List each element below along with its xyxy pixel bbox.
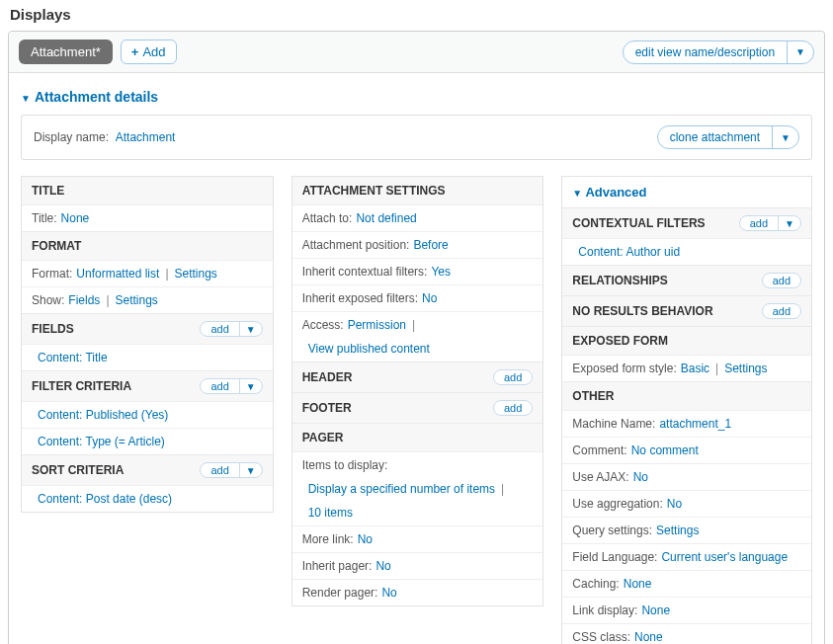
css-class-value[interactable]: None	[634, 630, 663, 644]
access-view-published[interactable]: View published content	[308, 342, 430, 356]
contextual-item: Content: Author uid	[562, 238, 811, 265]
tab-attachment[interactable]: Attachment*	[19, 40, 113, 64]
inherit-exposed-value[interactable]: No	[422, 291, 437, 305]
link-display-value[interactable]: None	[641, 604, 670, 617]
show-label: Show:	[32, 293, 64, 307]
attach-to-value[interactable]: Not defined	[356, 211, 416, 225]
attachment-position-value[interactable]: Before	[413, 238, 448, 252]
inherit-pager-value[interactable]: No	[375, 559, 390, 573]
header-add-button[interactable]: add	[493, 369, 533, 385]
title-value[interactable]: None	[61, 211, 90, 225]
contextual-add-caret[interactable]: ▼	[778, 216, 800, 230]
sort-head: SORT CRITERIA add ▼	[22, 454, 273, 485]
render-pager-value[interactable]: No	[381, 586, 396, 600]
query-settings-value[interactable]: Settings	[656, 523, 699, 537]
col-middle: ATTACHMENT SETTINGS Attach to: Not defin…	[292, 176, 544, 606]
filter-add-caret[interactable]: ▼	[239, 379, 262, 393]
chevron-down-icon: ▼	[21, 93, 31, 104]
fields-add-caret[interactable]: ▼	[239, 322, 262, 336]
title-label: Title:	[32, 211, 57, 225]
chevron-down-icon: ▼	[781, 132, 791, 143]
edit-view-name-button[interactable]: edit view name/description ▼	[623, 40, 814, 64]
edit-view-name-label: edit view name/description	[624, 41, 788, 63]
edit-view-name-caret[interactable]: ▼	[788, 41, 813, 63]
ajax-row: Use AJAX: No	[562, 463, 811, 490]
filter-item: Content: Type (= Article)	[22, 428, 273, 454]
sort-item: Content: Post date (desc)	[22, 485, 273, 512]
more-link-row: More link: No	[292, 525, 543, 552]
add-display-button[interactable]: + Add	[121, 40, 177, 64]
filter-item: Content: Published (Yes)	[22, 401, 273, 428]
render-pager-row: Render pager: No	[292, 579, 543, 605]
exposed-form-value[interactable]: Basic	[681, 362, 709, 375]
items-display-mode[interactable]: Display a specified number of items	[308, 482, 495, 496]
sort-post-date[interactable]: Content: Post date (desc)	[38, 492, 172, 506]
plus-icon: +	[131, 44, 139, 59]
settings-columns: TITLE Title: None FORMAT Format: Unforma…	[21, 176, 812, 644]
format-label: Format:	[32, 267, 72, 281]
link-display-row: Link display: None	[562, 597, 811, 623]
chevron-down-icon: ▼	[246, 465, 256, 476]
filter-add-button[interactable]: add ▼	[200, 378, 262, 394]
sort-add-button[interactable]: add ▼	[200, 462, 262, 478]
display-name-value[interactable]: Attachment	[116, 130, 176, 144]
attachment-settings-head: ATTACHMENT SETTINGS	[292, 177, 543, 204]
advanced-toggle[interactable]: ▼ Advanced	[562, 177, 811, 207]
footer-add-button[interactable]: add	[493, 400, 533, 416]
title-row: Title: None	[22, 204, 273, 231]
chevron-down-icon: ▼	[572, 188, 582, 199]
comment-value[interactable]: No comment	[631, 443, 699, 457]
machine-name-value[interactable]: attachment_1	[659, 417, 731, 431]
display-name-label: Display name:	[34, 130, 109, 144]
exposed-form-settings-link[interactable]: Settings	[724, 362, 767, 375]
attachment-details-title: Attachment details	[35, 89, 158, 105]
exposed-form-row: Exposed form style: Basic | Settings	[562, 355, 811, 381]
inherit-exposed-row: Inherit exposed filters: No	[292, 284, 543, 311]
field-item: Content: Title	[22, 344, 273, 370]
contextual-filters-head: CONTEXTUAL FILTERS add ▼	[562, 207, 811, 238]
fields-add-button[interactable]: add ▼	[200, 321, 262, 337]
caching-value[interactable]: None	[624, 577, 652, 591]
chevron-down-icon: ▼	[785, 218, 794, 229]
inherit-ctx-row: Inherit contextual filters: Yes	[292, 258, 543, 284]
chevron-down-icon: ▼	[795, 46, 805, 57]
header-head: HEADER add	[292, 362, 543, 392]
inherit-pager-row: Inherit pager: No	[292, 552, 543, 579]
inherit-ctx-value[interactable]: Yes	[431, 265, 451, 279]
chevron-down-icon: ▼	[246, 324, 256, 335]
filter-type-article[interactable]: Content: Type (= Article)	[38, 435, 165, 448]
other-head: OTHER	[562, 381, 811, 410]
clone-attachment-caret[interactable]: ▼	[773, 126, 798, 148]
attach-to-row: Attach to: Not defined	[292, 204, 543, 231]
items-count[interactable]: 10 items	[308, 506, 353, 520]
format-head: FORMAT	[22, 231, 273, 260]
col-right: ▼ Advanced CONTEXTUAL FILTERS add ▼ Cont…	[561, 176, 812, 644]
field-language-row: Field Language: Current user's language	[562, 543, 811, 570]
format-settings-link[interactable]: Settings	[175, 267, 217, 281]
field-content-title[interactable]: Content: Title	[38, 351, 108, 364]
no-results-add-button[interactable]: add	[762, 303, 801, 319]
filter-head: FILTER CRITERIA add ▼	[22, 370, 273, 401]
format-value[interactable]: Unformatted list	[76, 267, 159, 281]
attachment-details-toggle[interactable]: ▼Attachment details	[21, 89, 812, 105]
clone-attachment-label: clone attachment	[658, 126, 773, 148]
relationships-add-button[interactable]: add	[762, 273, 801, 288]
displays-topbar: Attachment* + Add edit view name/descrip…	[9, 32, 824, 73]
show-value[interactable]: Fields	[68, 293, 100, 307]
access-value[interactable]: Permission	[348, 318, 406, 332]
footer-head: FOOTER add	[292, 392, 543, 423]
items-to-display-row: Items to display: Display a specified nu…	[292, 451, 543, 525]
pager-head: PAGER	[292, 423, 543, 451]
machine-name-row: Machine Name: attachment_1	[562, 410, 811, 437]
field-language-value[interactable]: Current user's language	[661, 550, 788, 564]
ajax-value[interactable]: No	[633, 470, 648, 484]
aggregation-value[interactable]: No	[667, 497, 682, 511]
attachment-position-row: Attachment position: Before	[292, 231, 543, 258]
ctx-author-uid[interactable]: Content: Author uid	[578, 245, 680, 259]
contextual-add-button[interactable]: add ▼	[739, 215, 801, 231]
show-settings-link[interactable]: Settings	[116, 293, 158, 307]
clone-attachment-button[interactable]: clone attachment ▼	[657, 125, 799, 149]
sort-add-caret[interactable]: ▼	[239, 463, 262, 477]
more-link-value[interactable]: No	[358, 532, 373, 546]
filter-published[interactable]: Content: Published (Yes)	[38, 408, 168, 422]
